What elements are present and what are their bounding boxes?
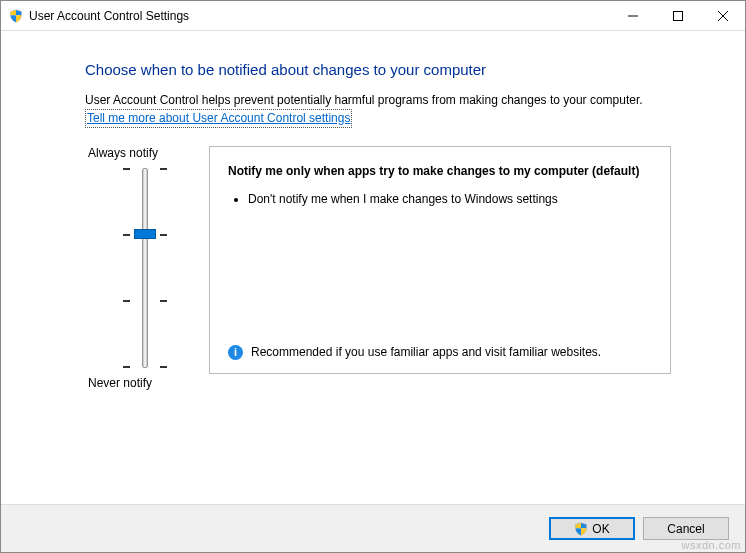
titlebar: User Account Control Settings [1, 1, 745, 31]
watermark: wsxdn.com [681, 539, 741, 551]
minimize-button[interactable] [610, 1, 655, 31]
page-heading: Choose when to be notified about changes… [85, 61, 671, 78]
footer: OK Cancel [1, 504, 745, 552]
panel-bullet: Don't notify me when I make changes to W… [248, 191, 652, 207]
maximize-button[interactable] [655, 1, 700, 31]
help-link[interactable]: Tell me more about User Account Control … [85, 109, 352, 128]
panel-heading: Notify me only when apps try to make cha… [228, 163, 652, 179]
slider-label-bottom: Never notify [88, 376, 205, 390]
svg-rect-1 [673, 11, 682, 20]
recommendation-text: Recommended if you use familiar apps and… [251, 344, 601, 360]
info-icon: i [228, 345, 243, 360]
window-title: User Account Control Settings [29, 9, 189, 23]
uac-shield-icon [574, 522, 588, 536]
notification-detail-panel: Notify me only when apps try to make cha… [209, 146, 671, 374]
cancel-button[interactable]: Cancel [643, 517, 729, 540]
slider-label-top: Always notify [88, 146, 205, 160]
slider-thumb[interactable] [134, 229, 156, 239]
notification-slider[interactable] [85, 168, 205, 368]
uac-shield-icon [9, 9, 23, 23]
ok-button[interactable]: OK [549, 517, 635, 540]
close-button[interactable] [700, 1, 745, 31]
description-text: User Account Control helps prevent poten… [85, 93, 643, 107]
